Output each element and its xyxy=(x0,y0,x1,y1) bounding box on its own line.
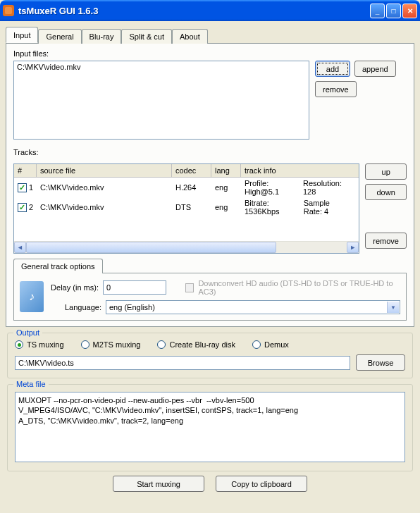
input-file-item[interactable]: C:\MKV\video.mkv xyxy=(17,63,306,71)
remove-track-button[interactable]: remove xyxy=(365,233,407,249)
tracks-scrollbar[interactable]: ◄ ► xyxy=(14,241,359,253)
track-codec: DTS xyxy=(172,202,211,212)
window-title: tsMuxeR GUI 1.6.3 xyxy=(18,6,369,16)
track-info: Profile: High@5.1Resolution: 128 xyxy=(241,178,359,197)
delay-input[interactable] xyxy=(103,280,166,295)
start-muxing-button[interactable]: Start muxing xyxy=(113,476,204,492)
input-files-list[interactable]: C:\MKV\video.mkv xyxy=(13,61,309,140)
scroll-left-icon[interactable]: ◄ xyxy=(14,242,26,253)
track-row[interactable]: ✓2 C:\MKV\video.mkv DTS eng Bitrate: 153… xyxy=(14,197,359,217)
window-body: Input General Blu-ray Split & cut About … xyxy=(0,21,420,513)
radio-demux[interactable]: Demux xyxy=(252,340,289,349)
track-src: C:\MKV\video.mkv xyxy=(37,202,172,212)
maximize-button[interactable]: □ xyxy=(386,4,401,18)
track-lang: eng xyxy=(211,183,241,192)
append-button[interactable]: append xyxy=(354,61,396,77)
browse-button[interactable]: Browse xyxy=(356,354,405,371)
tracks-label: Tracks: xyxy=(13,148,407,156)
check-icon: ✓ xyxy=(19,184,25,192)
scroll-track[interactable] xyxy=(26,242,347,253)
tracks-header-lang[interactable]: lang xyxy=(211,164,241,177)
tracks-header-info[interactable]: track info xyxy=(241,164,359,177)
radio-ts-muxing[interactable]: TS muxing xyxy=(15,340,64,349)
track-info: Bitrate: 1536KbpsSample Rate: 4 xyxy=(241,198,359,216)
track-type-icon xyxy=(20,281,44,312)
output-fieldset: Output TS muxing M2TS muxing Create Blu-… xyxy=(7,333,413,378)
track-num: 1 xyxy=(29,183,33,192)
tracks-header-num[interactable]: # xyxy=(14,164,37,177)
copy-clipboard-button[interactable]: Copy to clipboard xyxy=(216,476,307,492)
radio-icon xyxy=(252,340,261,349)
tab-bluray[interactable]: Blu-ray xyxy=(82,29,122,44)
language-combo[interactable]: eng (English) ▼ xyxy=(106,300,400,314)
tab-strip: Input General Blu-ray Split & cut About xyxy=(6,27,414,43)
scroll-thumb[interactable] xyxy=(26,242,276,253)
output-path-input[interactable] xyxy=(15,356,350,370)
up-button[interactable]: up xyxy=(365,163,407,180)
track-num: 2 xyxy=(29,203,33,211)
language-value: eng (English) xyxy=(109,303,155,311)
title-bar: tsMuxeR GUI 1.6.3 _ □ ✕ xyxy=(0,0,420,21)
tab-about[interactable]: About xyxy=(172,29,208,44)
tracks-header-codec[interactable]: codec xyxy=(172,164,211,177)
track-row[interactable]: ✓1 C:\MKV\video.mkv H.264 eng Profile: H… xyxy=(14,178,359,197)
tab-general[interactable]: General xyxy=(38,29,81,44)
track-codec: H.264 xyxy=(172,183,211,192)
track-src: C:\MKV\video.mkv xyxy=(37,183,172,192)
add-button[interactable]: add xyxy=(315,61,350,77)
close-button[interactable]: ✕ xyxy=(402,4,417,18)
downconvert-label: Downconvert HD audio (DTS-HD to DTS or T… xyxy=(198,279,400,296)
tracks-header-src[interactable]: source file xyxy=(37,164,172,177)
track-options-tab[interactable]: General track options xyxy=(13,259,103,273)
radio-icon xyxy=(15,340,23,349)
tab-input[interactable]: Input xyxy=(6,27,38,43)
tracks-header-row: # source file codec lang track info xyxy=(14,164,359,178)
input-files-label: Input files: xyxy=(13,49,407,58)
meta-textarea[interactable] xyxy=(15,392,405,462)
delay-label: Delay (in ms): xyxy=(51,283,99,292)
meta-legend: Meta file xyxy=(13,380,49,388)
output-legend: Output xyxy=(13,328,42,337)
track-options-panel: Delay (in ms): Downconvert HD audio (DTS… xyxy=(13,273,407,321)
chevron-down-icon: ▼ xyxy=(387,302,399,313)
track-checkbox[interactable]: ✓ xyxy=(18,183,27,192)
tab-panel-input: Input files: C:\MKV\video.mkv add append… xyxy=(6,43,414,327)
tracks-table: # source file codec lang track info ✓1 C… xyxy=(13,163,359,254)
radio-icon xyxy=(157,340,166,349)
meta-fieldset: Meta file xyxy=(7,384,413,471)
tab-split[interactable]: Split & cut xyxy=(121,29,172,44)
language-label: Language: xyxy=(51,303,101,311)
down-button[interactable]: down xyxy=(365,184,407,200)
remove-file-button[interactable]: remove xyxy=(315,81,357,97)
app-icon xyxy=(3,5,14,16)
radio-bluray[interactable]: Create Blu-ray disk xyxy=(157,340,235,349)
check-icon: ✓ xyxy=(19,204,25,211)
minimize-button[interactable]: _ xyxy=(370,4,385,18)
scroll-right-icon[interactable]: ► xyxy=(347,242,359,253)
downconvert-checkbox xyxy=(185,283,194,292)
radio-m2ts-muxing[interactable]: M2TS muxing xyxy=(81,340,141,349)
track-lang: eng xyxy=(211,202,241,212)
radio-icon xyxy=(81,340,89,349)
track-checkbox[interactable]: ✓ xyxy=(18,203,27,212)
